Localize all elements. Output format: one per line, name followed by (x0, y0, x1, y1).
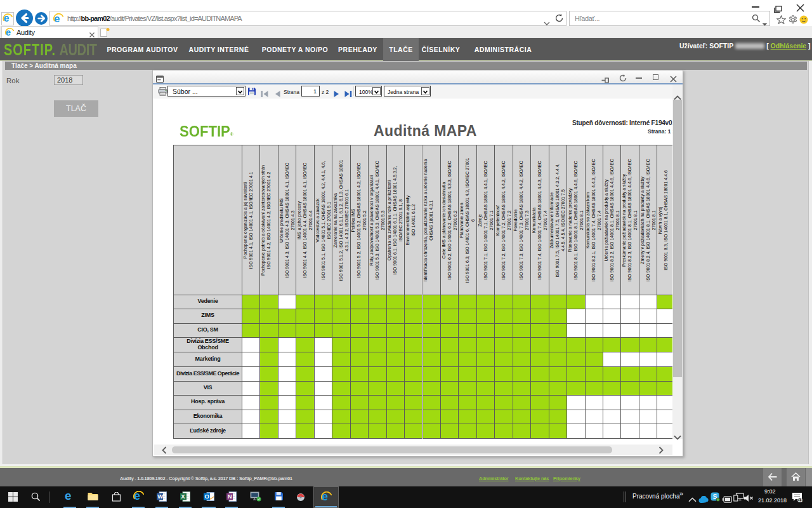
svg-text:N: N (228, 493, 232, 500)
svg-text:e: e (65, 490, 72, 501)
svg-text:W: W (157, 493, 163, 500)
svg-text:11: 11 (799, 498, 802, 502)
svg-text:X: X (181, 493, 185, 500)
svg-text:O: O (204, 493, 209, 500)
